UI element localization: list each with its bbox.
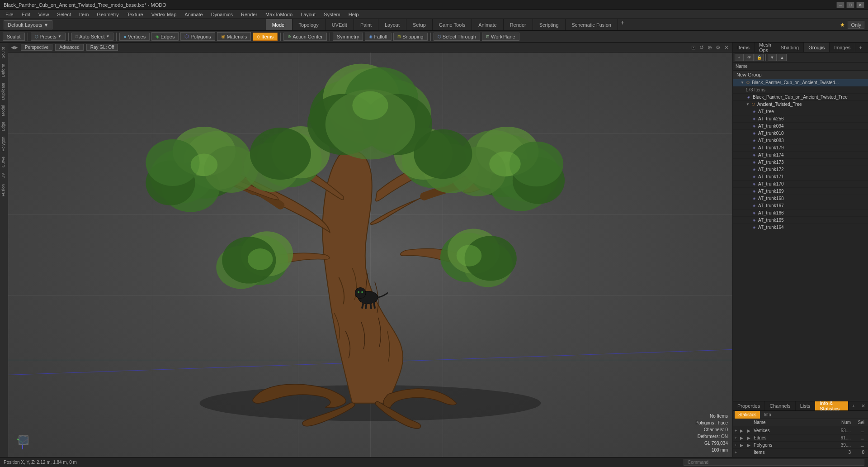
stats-plus-edges[interactable]: + [735,436,740,440]
tab-game-tools[interactable]: Game Tools [433,19,472,30]
bottom-tab-channels[interactable]: Channels [765,401,795,410]
list-item[interactable]: ◈ AT_trunk164 [733,224,868,231]
tab-uvedit[interactable]: UVEdit [326,19,354,30]
menu-system[interactable]: System [320,11,344,18]
stats-plus-items[interactable]: + [735,450,740,455]
list-item[interactable]: ◈ AT_trunk166 [733,210,868,217]
only-button[interactable]: Only [848,21,864,29]
tab-paint[interactable]: Paint [354,19,378,30]
menu-vertex-map[interactable]: Vertex Map [148,11,180,18]
close-button[interactable]: ✕ [856,2,864,8]
menu-render[interactable]: Render [237,11,261,18]
tab-scripting[interactable]: Scripting [533,19,566,30]
item-list[interactable]: ▼ ⬡ Black_Panther_Cub_on_Ancient_Twisted… [733,79,868,401]
viewport-zoom-icon[interactable]: ⊕ [707,44,713,51]
sidebar-model[interactable]: Model [0,102,8,119]
list-item[interactable]: ◈ AT_trunk174 [733,152,868,159]
right-tool-lock[interactable]: 🔒 [755,54,764,61]
polygons-button[interactable]: ⬡ Polygons [180,32,215,41]
viewport-reset-icon[interactable]: ↺ [698,44,705,51]
sculpt-button[interactable]: Sculpt [3,33,25,41]
right-tool-collapse[interactable]: ▲ [778,54,787,61]
menu-view[interactable]: View [35,11,53,18]
auto-select-button[interactable]: □ Auto Select ▼ [71,33,114,41]
perspective-button[interactable]: Perspective [21,44,52,51]
tab-render[interactable]: Render [504,19,533,30]
tab-schematic-fusion[interactable]: Schematic Fusion [566,19,618,30]
list-item[interactable]: ◈ AT_trunk171 [733,173,868,181]
default-layouts-dropdown[interactable]: Default Layouts ▼ [4,20,52,29]
viewport-fit-icon[interactable]: ⊡ [690,44,697,51]
stats-tab-statistics[interactable]: Statistics [735,411,760,419]
stats-expand-vertices[interactable]: ▶ [747,429,753,433]
list-item[interactable]: ◈ AT_trunk083 [733,137,868,144]
right-tool-expand[interactable]: ▼ [768,54,777,61]
menu-edit[interactable]: Edit [18,11,34,18]
edges-button[interactable]: ◈ Edges [151,32,179,41]
list-item[interactable]: ◈ AT_trunk170 [733,181,868,188]
sidebar-deform[interactable]: Deform [0,61,8,80]
snapping-button[interactable]: ⊞ Snapping [393,33,428,41]
right-tool-add[interactable]: + [735,54,744,61]
sidebar-duplicate[interactable]: Duplicate [0,80,8,103]
menu-select[interactable]: Select [53,11,75,18]
bottom-tab-info-stats[interactable]: Info & Statistics [815,401,848,410]
list-item[interactable]: ◈ AT_trunk172 [733,166,868,173]
tab-animate[interactable]: Animate [472,19,503,30]
menu-dynamics[interactable]: Dynamics [208,11,236,18]
right-tab-groups[interactable]: Groups [804,43,830,52]
right-tab-add-button[interactable]: + [855,43,865,52]
sidebar-sculpt[interactable]: Sculpt [0,44,8,61]
right-tab-mesh-ops[interactable]: Mesh Ops [755,43,776,52]
action-center-button[interactable]: ⊕ Action Center [283,33,327,41]
stats-arrow-vertices[interactable]: ▶ [740,429,747,433]
right-tool-visible[interactable]: 👁 [745,54,754,61]
menu-animate[interactable]: Animate [181,11,206,18]
list-item[interactable]: ◈ AT_trunk094 [733,123,868,130]
stats-tab-info[interactable]: Info [760,411,775,419]
bottom-tab-lists[interactable]: Lists [796,401,816,410]
list-item[interactable]: ◈ AT_trunk173 [733,159,868,166]
sidebar-polygon[interactable]: Polygon [0,134,8,154]
tab-topology[interactable]: Topology [292,19,326,30]
list-item[interactable]: ◈ AT_trunk169 [733,188,868,195]
sidebar-fusion[interactable]: Fusion [0,181,8,199]
advanced-button[interactable]: Advanced [55,44,83,51]
sidebar-edge[interactable]: Edge [0,119,8,134]
menu-layout[interactable]: Layout [297,11,319,18]
symmetry-button[interactable]: Symmetry [333,33,363,41]
bottom-panel-add-button[interactable]: + [849,401,859,410]
materials-button[interactable]: ◉ Materials [217,32,251,41]
bottom-tab-properties[interactable]: Properties [733,401,765,410]
menu-texture[interactable]: Texture [123,11,147,18]
viewport-close-icon[interactable]: ✕ [723,44,730,51]
viewport-settings-icon[interactable]: ⚙ [715,44,722,51]
stats-edges-row[interactable]: + ▶ ▶ Edges 91.... .... [733,434,868,442]
stats-arrow-polygons[interactable]: ▶ [740,443,747,448]
menu-maxtomode[interactable]: MaxToModo [262,11,296,18]
right-tab-items[interactable]: Items [733,43,755,52]
falloff-button[interactable]: ◉ Falloff [365,33,392,41]
stats-plus-vertices[interactable]: + [735,429,740,433]
stats-items-row[interactable]: + Items 3 0 [733,449,868,456]
presets-button[interactable]: ⬡ Presets ▼ [31,33,66,41]
ray-gl-button[interactable]: Ray GL: Off [86,44,118,51]
layout-add-button[interactable]: + [618,19,627,30]
select-through-button[interactable]: ⬡ Select Through [434,33,480,41]
menu-item[interactable]: Item [75,11,92,18]
sidebar-curve[interactable]: Curve [0,154,8,170]
right-tab-shading[interactable]: Shading [776,43,804,52]
right-panel-close-button[interactable]: ✕ [866,43,868,52]
sidebar-uv[interactable]: UV [0,170,8,181]
menu-file[interactable]: File [2,11,17,18]
tab-model[interactable]: Model [266,19,292,30]
list-item[interactable]: ◈ AT_trunk165 [733,217,868,224]
list-item[interactable]: ◈ AT_trunk256 [733,115,868,123]
list-item[interactable]: ◈ AT_trunk010 [733,130,868,137]
workplane-button[interactable]: ⊟ WorkPlane [482,33,519,41]
stats-vertices-row[interactable]: + ▶ ▶ Vertices 53.... .... [733,427,868,434]
tab-setup[interactable]: Setup [406,19,433,30]
maximize-button[interactable]: □ [846,2,854,8]
tab-layout[interactable]: Layout [378,19,406,30]
items-button[interactable]: ◇ Items [253,33,278,41]
